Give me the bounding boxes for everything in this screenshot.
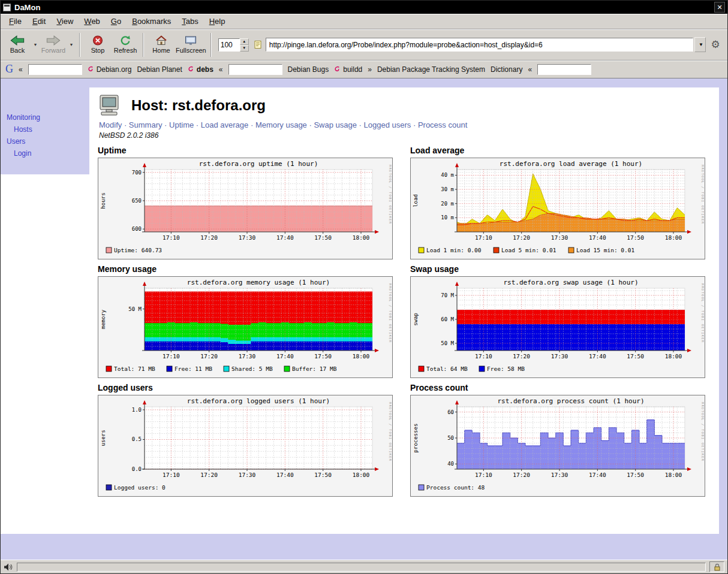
zoom-input[interactable] <box>218 38 240 52</box>
svg-text:17:10: 17:10 <box>163 234 180 241</box>
security-indicator[interactable] <box>709 561 724 572</box>
stop-label: Stop <box>91 47 105 54</box>
back-button[interactable]: Back <box>4 31 31 59</box>
smart-bookmark-input[interactable] <box>28 64 82 75</box>
page-nav-summary[interactable]: Summary <box>129 120 163 129</box>
svg-text:hours: hours <box>100 192 106 209</box>
forward-button[interactable]: Forward <box>40 31 67 59</box>
svg-text:Free: 58 MB: Free: 58 MB <box>487 365 525 372</box>
stop-icon <box>92 35 103 46</box>
svg-text:18:00: 18:00 <box>665 234 682 241</box>
svg-text:Load 15 min: 0.01: Load 15 min: 0.01 <box>576 247 635 253</box>
svg-text:rst.defora.org load average (1: rst.defora.org load average (1 hour) <box>500 160 642 168</box>
smart-bookmark-input[interactable] <box>537 64 591 75</box>
nav-separator: · <box>122 120 129 129</box>
title-bar: DaMon ✕ <box>1 1 727 14</box>
svg-text:RRDTOOL / TOBI OETIKER: RRDTOOL / TOBI OETIKER <box>389 402 392 461</box>
svg-text:17:10: 17:10 <box>163 472 180 478</box>
computer-icon <box>98 95 123 116</box>
url-history-dropdown[interactable]: ▼ <box>694 37 706 52</box>
svg-text:memory: memory <box>100 309 106 329</box>
bookmark-buildd[interactable]: buildd <box>334 65 362 74</box>
stop-button[interactable]: Stop <box>85 31 111 59</box>
url-drag-icon[interactable] <box>254 40 261 49</box>
menu-item-go[interactable]: Go <box>106 15 126 28</box>
sidebar-item-login[interactable]: Login <box>1 147 89 159</box>
zoom-increase-button[interactable]: ▲ <box>240 38 249 45</box>
sidebar-item-monitoring[interactable]: Monitoring <box>1 111 89 123</box>
fullscreen-button[interactable]: Fullscreen <box>176 31 206 59</box>
sidebar: MonitoringHostsUsersLogin <box>1 111 89 159</box>
svg-text:18:00: 18:00 <box>353 472 370 478</box>
nav-separator: · <box>162 120 169 129</box>
chart-graph-load-average: 17:1017:2017:3017:4017:5018:0010 m20 m30… <box>411 159 704 258</box>
page-nav-uptime[interactable]: Uptime <box>169 120 194 129</box>
svg-text:18:00: 18:00 <box>353 234 370 241</box>
zoom-decrease-button[interactable]: ▼ <box>240 45 249 52</box>
bookmark-debian-planet[interactable]: Debian Planet <box>137 65 182 74</box>
svg-text:18:00: 18:00 <box>353 353 370 359</box>
refresh-button[interactable]: Refresh <box>112 31 139 59</box>
url-input[interactable] <box>266 38 693 52</box>
google-bookmark-icon[interactable]: G <box>5 63 13 75</box>
svg-text:Uptime: 640.73: Uptime: 640.73 <box>114 247 162 253</box>
menu-item-view[interactable]: View <box>52 15 78 28</box>
page-nav-modify[interactable]: Modify <box>99 120 122 129</box>
chart-graph-process-count: 17:1017:2017:3017:4017:5018:00405060rst.… <box>411 396 704 496</box>
bookmark-collapse-arrow[interactable]: « <box>528 65 532 74</box>
forward-history-dropdown[interactable]: ▼ <box>68 31 75 59</box>
nav-separator: · <box>307 120 314 129</box>
navigation-toolbar: Back ▼ Forward ▼ Stop Refresh Home Fulls… <box>1 29 727 61</box>
svg-text:17:40: 17:40 <box>276 472 294 478</box>
speaker-icon[interactable] <box>4 563 13 572</box>
menu-item-tabs[interactable]: Tabs <box>177 15 203 28</box>
svg-text:1.0: 1.0 <box>132 407 142 413</box>
chart-section-swap-usage: Swap usage17:1017:2017:3017:4017:5018:00… <box>410 262 706 378</box>
smart-bookmark-input[interactable] <box>228 64 282 75</box>
chart-heading-uptime: Uptime <box>98 146 394 155</box>
home-button[interactable]: Home <box>148 31 175 59</box>
menu-item-file[interactable]: File <box>4 15 26 28</box>
chart-panel-swap-usage: 17:1017:2017:3017:4017:5018:0050 M60 M70… <box>410 276 705 378</box>
svg-text:17:30: 17:30 <box>551 472 568 478</box>
menu-item-help[interactable]: Help <box>204 15 230 28</box>
svg-text:RRDTOOL / TOBI OETIKER: RRDTOOL / TOBI OETIKER <box>701 402 704 461</box>
page-nav-swap-usage[interactable]: Swap usage <box>314 120 357 129</box>
page-nav-memory-usage[interactable]: Memory usage <box>255 120 307 129</box>
svg-text:Total: 71 MB: Total: 71 MB <box>114 365 155 372</box>
bookmark-dictionary[interactable]: Dictionary <box>491 65 522 74</box>
menu-item-web[interactable]: Web <box>79 15 105 28</box>
bookmark-debs[interactable]: debs <box>188 65 213 74</box>
bookmark-debian-package-tracking-system[interactable]: Debian Package Tracking System <box>377 65 485 74</box>
bookmark-collapse-arrow[interactable]: « <box>219 65 223 74</box>
svg-text:17:40: 17:40 <box>589 234 606 241</box>
svg-text:rst.defora.org uptime (1 hour): rst.defora.org uptime (1 hour) <box>199 160 318 168</box>
window-menu-icon[interactable] <box>3 4 11 11</box>
page-content: MonitoringHostsUsersLogin Host: rst.defo… <box>1 78 727 560</box>
svg-text:17:20: 17:20 <box>200 353 218 359</box>
bookmarks-bar: G«Debian.orgDebian Planetdebs«Debian Bug… <box>1 61 727 78</box>
svg-text:swap: swap <box>413 313 419 326</box>
bookmark-debian-bugs[interactable]: Debian Bugs <box>288 65 329 74</box>
bookmark-debian-org[interactable]: Debian.org <box>88 65 132 74</box>
menu-item-bookmarks[interactable]: Bookmarks <box>127 15 176 28</box>
back-history-dropdown[interactable]: ▼ <box>32 31 39 59</box>
close-button[interactable]: ✕ <box>714 2 725 13</box>
bookmark-collapse-arrow[interactable]: « <box>19 65 23 74</box>
chart-section-logged-users: Logged users17:1017:2017:3017:4017:5018:… <box>98 380 394 497</box>
nav-separator: · <box>411 120 418 129</box>
forward-label: Forward <box>41 47 65 54</box>
menu-item-edit[interactable]: Edit <box>28 15 50 28</box>
refresh-icon <box>120 35 131 46</box>
svg-text:RRDTOOL / TOBI OETIKER: RRDTOOL / TOBI OETIKER <box>701 165 704 224</box>
page-nav-load-average[interactable]: Load average <box>201 120 249 129</box>
bookmark-collapse-arrow[interactable]: » <box>368 65 372 74</box>
page-nav-links: Modify · Summary · Uptime · Load average… <box>99 120 719 129</box>
bookmark-label: Debian.org <box>97 65 132 74</box>
svg-text:18:00: 18:00 <box>665 472 682 478</box>
sidebar-item-users[interactable]: Users <box>1 135 89 147</box>
sidebar-item-hosts[interactable]: Hosts <box>1 123 89 135</box>
page-nav-process-count[interactable]: Process count <box>418 120 467 129</box>
page-nav-logged-users[interactable]: Logged users <box>364 120 411 129</box>
svg-text:0.0: 0.0 <box>132 466 142 472</box>
